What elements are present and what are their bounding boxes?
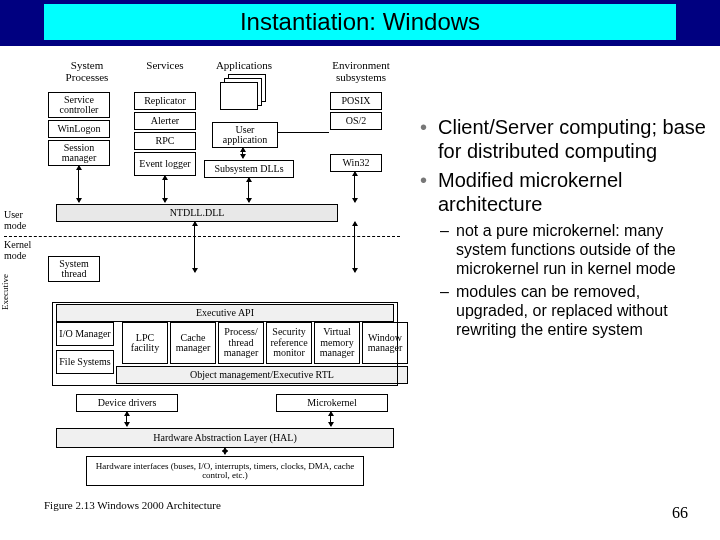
box-winlogon: WinLogon [48,120,110,138]
box-cache-manager: Cache manager [170,322,216,364]
box-replicator: Replicator [134,92,196,110]
slide: Instantiation: Windows Client/Server com… [0,0,720,540]
box-session-manager: Session manager [48,140,110,166]
bullet-list: Client/Server computing; base for distri… [418,116,714,344]
box-hal: Hardware Abstraction Layer (HAL) [56,428,394,448]
col-header: Applications [210,60,278,72]
box-hardware-interfaces: Hardware interfaces (buses, I/O, interru… [86,456,364,486]
box-system-thread: System thread [48,256,100,282]
arrow-icon [242,148,243,158]
box-subsystem-dlls: Subsystem DLLs [204,160,294,178]
applications-stack-icon [220,74,268,108]
arrow-icon [354,222,355,272]
box-io-manager: I/O Manager [56,322,114,346]
box-security-ref-monitor: Security reference monitor [266,322,312,364]
connector-line [277,132,329,133]
box-file-systems: File Systems [56,350,114,374]
arrow-icon [164,176,165,202]
arrow-icon [194,222,195,272]
arrow-icon [248,178,249,202]
arrow-icon [330,412,331,426]
col-header: Environment subsystems [326,60,396,83]
architecture-diagram: System Processes Services Applications E… [4,60,402,514]
title-bar: Instantiation: Windows [0,0,720,46]
box-device-drivers: Device drivers [76,394,178,412]
box-rpc: RPC [134,132,196,150]
arrow-icon [78,166,79,202]
slide-title: Instantiation: Windows [44,4,676,40]
box-user-application: User application [212,122,278,148]
bullet-2b: modules can be removed, upgraded, or rep… [418,283,714,340]
box-lpc-facility: LPC facility [122,322,168,364]
bullet-2: Modified microkernel architecture [418,169,714,216]
box-posix: POSIX [330,92,382,110]
box-window-manager: Window manager [362,322,408,364]
box-alerter: Alerter [134,112,196,130]
box-event-logger: Event logger [134,152,196,176]
box-os2: OS/2 [330,112,382,130]
box-executive-api: Executive API [56,304,394,322]
arrow-icon [126,412,127,426]
page-number: 66 [672,504,688,522]
label-user-mode: User mode [4,210,38,231]
box-ntdll: NTDLL.DLL [56,204,338,222]
box-microkernel: Microkernel [276,394,388,412]
box-process-thread-manager: Process/ thread manager [218,322,264,364]
box-object-management: Object management/Executive RTL [116,366,408,384]
col-header: Services [140,60,190,72]
bullet-2a: not a pure microkernel: many system func… [418,222,714,279]
box-virtual-memory-manager: Virtual memory manager [314,322,360,364]
mode-divider-dashed [4,236,400,237]
label-windows-executive: Windows 2000 Executive [0,262,11,322]
box-service-controller: Service controller [48,92,110,118]
col-header: System Processes [52,60,122,83]
label-kernel-mode: Kernel mode [4,240,38,261]
figure-caption: Figure 2.13 Windows 2000 Architecture [44,500,364,512]
arrow-icon [354,172,355,202]
box-win32: Win32 [330,154,382,172]
arrow-icon [224,448,225,454]
bullet-1: Client/Server computing; base for distri… [418,116,714,163]
